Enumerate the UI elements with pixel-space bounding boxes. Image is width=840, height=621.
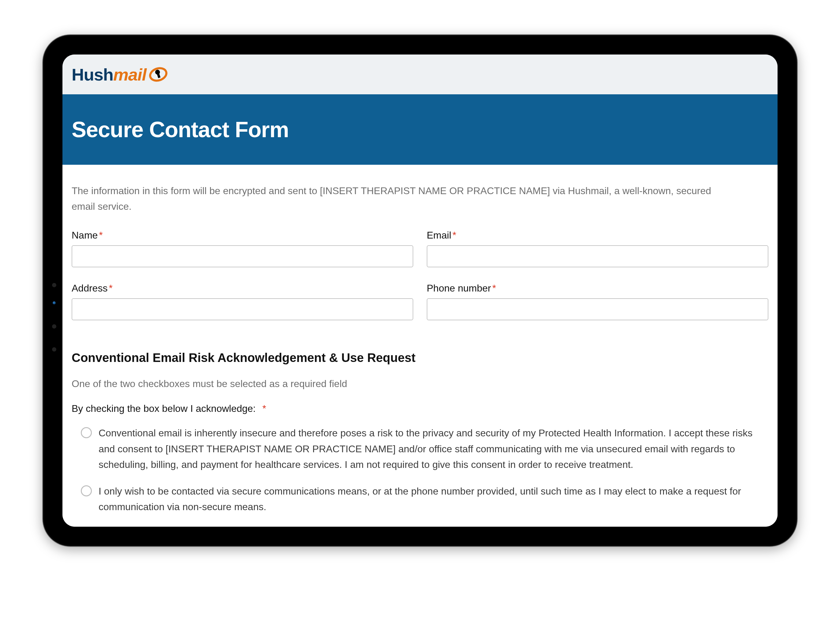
phone-field-group: Phone number* xyxy=(427,283,768,320)
side-dot xyxy=(52,347,56,351)
acknowledge-options: Conventional email is inherently insecur… xyxy=(72,425,768,515)
side-dot xyxy=(52,283,56,287)
required-mark: * xyxy=(492,283,496,294)
ack-option-2-text: I only wish to be contacted via secure c… xyxy=(98,483,768,515)
email-input[interactable] xyxy=(427,245,768,267)
radio-icon[interactable] xyxy=(81,485,92,496)
required-mark: * xyxy=(453,230,456,241)
address-input[interactable] xyxy=(72,298,413,320)
form-content: The information in this form will be enc… xyxy=(62,165,778,527)
ack-option-1-text: Conventional email is inherently insecur… xyxy=(98,425,768,473)
section-note: One of the two checkboxes must be select… xyxy=(72,378,768,389)
logo-text-hush: Hush xyxy=(72,65,113,84)
required-mark: * xyxy=(99,230,103,241)
logo-text-mail: mail xyxy=(113,65,146,84)
phone-input[interactable] xyxy=(427,298,768,320)
ack-option-2[interactable]: I only wish to be contacted via secure c… xyxy=(72,483,768,515)
volume-up-button xyxy=(141,32,181,36)
required-mark: * xyxy=(109,283,112,294)
volume-down-button xyxy=(190,32,230,36)
camera-lens xyxy=(53,301,56,304)
name-label: Name* xyxy=(72,230,413,241)
lock-ring-icon xyxy=(146,62,170,86)
intro-text: The information in this form will be enc… xyxy=(72,183,714,214)
svg-rect-2 xyxy=(157,74,161,78)
side-dot xyxy=(52,324,56,329)
radio-icon[interactable] xyxy=(81,427,92,438)
acknowledge-label: By checking the box below I acknowledge:… xyxy=(72,403,768,414)
address-field-group: Address* xyxy=(72,283,413,320)
power-button xyxy=(40,182,44,228)
top-bar: Hushmail xyxy=(62,55,778,94)
required-mark: * xyxy=(262,403,266,414)
ack-option-1[interactable]: Conventional email is inherently insecur… xyxy=(72,425,768,473)
email-label: Email* xyxy=(427,230,768,241)
hushmail-logo: Hushmail xyxy=(72,55,168,94)
email-field-group: Email* xyxy=(427,230,768,267)
name-input[interactable] xyxy=(72,245,413,267)
address-label: Address* xyxy=(72,283,413,294)
page-title: Secure Contact Form xyxy=(72,117,289,142)
title-bar: Secure Contact Form xyxy=(62,94,778,165)
tablet-frame: Hushmail Secure Contact Form The informa xyxy=(43,35,797,546)
screen: Hushmail Secure Contact Form The informa xyxy=(62,55,778,527)
section-title: Conventional Email Risk Acknowledgement … xyxy=(72,351,768,365)
name-field-group: Name* xyxy=(72,230,413,267)
phone-label: Phone number* xyxy=(427,283,768,294)
